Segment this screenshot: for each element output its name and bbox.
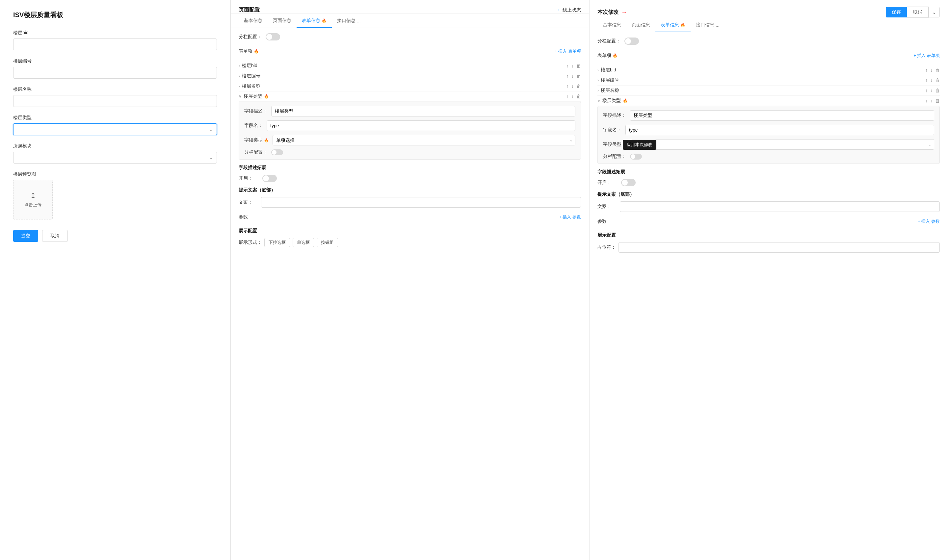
move-up-name-right[interactable]: ↑ — [925, 88, 928, 93]
move-down-type-left[interactable]: ↓ — [572, 94, 574, 99]
display-btn-dropdown-left[interactable]: 下拉选框 — [264, 238, 290, 247]
tree-type-icon-left: 🔥 — [264, 94, 269, 99]
cancel-button[interactable]: 取消 — [42, 230, 68, 242]
bottom-tip-copy-input-right[interactable] — [620, 202, 940, 212]
insert-params-text-right: + 插入 参数 — [918, 218, 940, 225]
page-config-tabs: 基本信息 页面信息 表单信息 🔥 接口信息 ... — [231, 14, 589, 28]
move-down-code-left[interactable]: ↓ — [572, 73, 574, 78]
field-split-toggle-right[interactable] — [630, 154, 642, 160]
tree-chevron-type-left[interactable]: ∨ — [239, 94, 242, 99]
placeholder-input-right[interactable] — [618, 242, 940, 253]
insert-params-link-right[interactable]: + 插入 参数 — [918, 218, 940, 225]
tree-chevron-code-right[interactable]: › — [597, 78, 599, 83]
tab-form-left[interactable]: 表单信息 🔥 — [297, 14, 332, 28]
bottom-tip-copy-label-right: 文案： — [597, 204, 616, 209]
delete-type-left[interactable]: 🗑 — [577, 94, 581, 99]
tree-chevron-code-left[interactable]: › — [239, 74, 240, 78]
insert-form-item-link-right[interactable]: + 插入 表单项 — [913, 53, 940, 58]
display-config-form-row-left: 展示形式： 下拉选框 单选框 按钮组 — [239, 238, 581, 247]
move-up-type-left[interactable]: ↑ — [566, 94, 569, 99]
split-config-row-left: 分栏配置： — [239, 33, 581, 40]
field-type-select-right[interactable]: 短文本 — [631, 139, 934, 150]
tree-actions-name-right: ↑ ↓ 🗑 — [925, 88, 940, 93]
tab-api-left[interactable]: 接口信息 ... — [332, 14, 366, 28]
floor-bid-input[interactable] — [13, 38, 217, 50]
split-config-toggle-right[interactable] — [624, 37, 639, 45]
tree-chevron-name-right[interactable]: › — [597, 88, 599, 93]
field-type-select-wrapper-left: 单项选择 ⌄ — [273, 135, 575, 145]
save-button[interactable]: 保存 — [886, 7, 907, 17]
field-type-select-left[interactable]: 单项选择 — [273, 135, 575, 145]
tab-basic-left[interactable]: 基本信息 — [239, 14, 268, 28]
field-desc-input-right[interactable] — [630, 110, 934, 121]
delete-code-right[interactable]: 🗑 — [935, 78, 940, 83]
split-config-toggle-left[interactable] — [266, 33, 280, 40]
move-up-bid-left[interactable]: ↑ — [566, 63, 569, 68]
floor-name-input[interactable] — [13, 95, 217, 107]
field-name-input-right[interactable] — [626, 125, 934, 135]
upload-icon: ↥ — [30, 191, 36, 199]
move-down-name-right[interactable]: ↓ — [930, 88, 933, 93]
cancel-right-button[interactable]: 取消 — [907, 6, 929, 18]
move-down-type-right[interactable]: ↓ — [930, 98, 933, 103]
tab-page-right[interactable]: 页面信息 — [626, 18, 655, 32]
tree-chevron-name-left[interactable]: › — [239, 84, 240, 89]
field-split-toggle-left[interactable] — [271, 149, 283, 155]
tab-api-right[interactable]: 接口信息 ... — [691, 18, 725, 32]
display-btn-radio-left[interactable]: 单选框 — [293, 238, 314, 247]
bottom-tip-copy-row-left: 文案： — [239, 197, 581, 208]
field-desc-ext-toggle-right[interactable] — [621, 179, 636, 186]
move-up-name-left[interactable]: ↑ — [566, 83, 569, 89]
upload-area[interactable]: ↥ 点击上传 — [13, 180, 53, 220]
bottom-tip-copy-input-left[interactable] — [261, 197, 581, 208]
split-config-label-right: 分栏配置： — [597, 38, 620, 44]
delete-code-left[interactable]: 🗑 — [577, 73, 581, 78]
tab-page-left[interactable]: 页面信息 — [268, 14, 297, 28]
more-button[interactable]: ⌄ — [929, 7, 940, 17]
delete-bid-right[interactable]: 🗑 — [935, 68, 940, 73]
tree-chevron-type-right[interactable]: ∨ — [597, 98, 600, 103]
right-panels: 页面配置 → 线上状态 基本信息 页面信息 表单信息 🔥 接口信息 ... — [231, 0, 948, 560]
field-name-row-left: 字段名： — [244, 120, 575, 131]
params-label-right: 参数 — [597, 218, 607, 225]
this-change-title-row: 本次修改 → — [597, 9, 627, 16]
floor-name-label: 楼层名称 — [13, 86, 217, 92]
tab-basic-right[interactable]: 基本信息 — [597, 18, 626, 32]
field-desc-input-left[interactable] — [271, 106, 575, 117]
move-down-name-left[interactable]: ↓ — [572, 83, 574, 89]
delete-bid-left[interactable]: 🗑 — [577, 63, 581, 68]
insert-params-text-left: + 插入 参数 — [559, 214, 581, 220]
tree-chevron-bid-left[interactable]: › — [239, 63, 240, 68]
tree-chevron-bid-right[interactable]: › — [597, 68, 599, 72]
tree-label-code-left: 楼层编号 — [242, 73, 261, 79]
field-name-input-left[interactable] — [267, 120, 575, 131]
insert-params-link-left[interactable]: + 插入 参数 — [559, 214, 581, 220]
floor-code-input[interactable] — [13, 67, 217, 78]
move-down-bid-right[interactable]: ↓ — [930, 68, 933, 73]
delete-name-left[interactable]: 🗑 — [577, 83, 581, 89]
move-up-code-right[interactable]: ↑ — [925, 78, 928, 83]
move-up-code-left[interactable]: ↑ — [566, 73, 569, 78]
delete-name-right[interactable]: 🗑 — [935, 88, 940, 93]
insert-form-item-link-left[interactable]: + 插入 表单项 — [555, 48, 581, 54]
tree-item-bid-right: › 楼层bid ↑ ↓ 🗑 — [597, 65, 940, 75]
floor-type-select[interactable] — [13, 123, 217, 135]
this-change-body: 分栏配置： 表单项 🔥 + 插入 表单项 › 楼层bid — [590, 32, 948, 262]
display-btn-btngroup-left[interactable]: 按钮组 — [317, 238, 338, 247]
move-down-code-right[interactable]: ↓ — [930, 78, 933, 83]
module-select[interactable] — [13, 152, 217, 163]
field-type-fire-icon-right: 🔥 — [623, 143, 627, 146]
tree-actions-code-right: ↑ ↓ 🗑 — [925, 78, 940, 83]
move-up-bid-right[interactable]: ↑ — [925, 68, 928, 73]
move-up-type-right[interactable]: ↑ — [925, 98, 928, 103]
form-items-label-left: 表单项 — [239, 48, 253, 54]
tab-form-right[interactable]: 表单信息 🔥 — [655, 18, 691, 32]
delete-type-right[interactable]: 🗑 — [935, 98, 940, 103]
this-change-title: 本次修改 — [597, 9, 618, 16]
field-desc-ext-toggle-left[interactable] — [262, 175, 277, 182]
this-change-tabs: 基本信息 页面信息 表单信息 🔥 接口信息 ... — [590, 18, 948, 32]
submit-button[interactable]: 提交 — [13, 230, 38, 242]
move-down-bid-left[interactable]: ↓ — [572, 63, 574, 68]
tree-item-name-left: › 楼层名称 ↑ ↓ 🗑 — [239, 81, 581, 91]
tree-label-name-left: 楼层名称 — [242, 83, 261, 89]
